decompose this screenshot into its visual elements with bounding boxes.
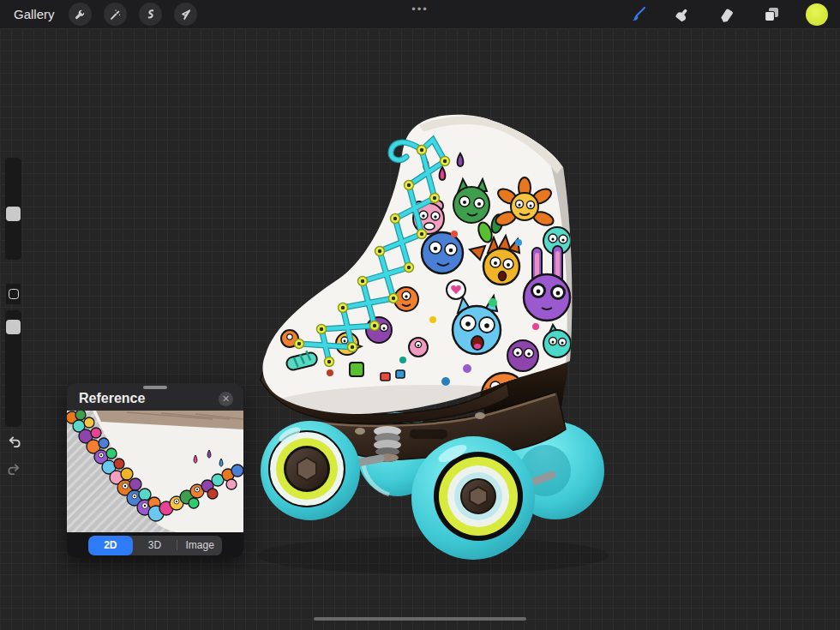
doodle-texture: [266, 116, 591, 433]
redo-arrow-icon: [7, 462, 21, 477]
brush-size-handle[interactable]: [6, 207, 21, 221]
reference-mode-segmented-control: 2D 3D Image: [88, 536, 222, 555]
rear-axle: [513, 475, 552, 489]
truck-plate: [314, 392, 566, 459]
front-axle: [333, 459, 381, 467]
magic-wand-icon: [108, 8, 122, 21]
reference-title: Reference: [79, 391, 145, 406]
adjustments-button[interactable]: [104, 3, 127, 26]
eyelets: [295, 146, 450, 367]
brush-sidebar: [6, 159, 21, 493]
close-icon[interactable]: ✕: [219, 392, 233, 406]
actions-button[interactable]: [69, 3, 92, 26]
selection-button[interactable]: [139, 3, 162, 26]
tab-2d[interactable]: 2D: [88, 536, 133, 555]
wheel-front-outer: [261, 421, 360, 520]
wheel-rear-outer: [411, 436, 535, 560]
reference-panel[interactable]: Reference ✕: [67, 383, 243, 558]
color-swatch-button[interactable]: [806, 3, 828, 26]
undo-button[interactable]: [5, 433, 22, 450]
reference-image-2d[interactable]: [67, 411, 243, 532]
laces: [299, 140, 445, 362]
canvas-overflow-indicator[interactable]: •••: [411, 3, 429, 15]
transform-arrow-icon: [178, 8, 192, 21]
wheel-front-inner: [357, 411, 438, 496]
tab-image[interactable]: Image: [177, 536, 222, 555]
paint-brush-icon-active[interactable]: [627, 4, 648, 25]
tab-3d[interactable]: 3D: [133, 536, 177, 555]
modify-square-icon: [9, 289, 19, 299]
front-cushion: [374, 426, 401, 462]
heel-block: [477, 363, 568, 423]
reference-thumbnail: [67, 411, 243, 532]
layers-icon[interactable]: [761, 4, 782, 25]
transform-button[interactable]: [174, 3, 197, 26]
procreate-window: Gallery •••: [0, 0, 840, 630]
undo-arrow-icon: [7, 435, 21, 449]
selection-ribbon-icon: [143, 8, 157, 21]
wheel-rear-inner: [507, 420, 604, 519]
home-indicator[interactable]: [314, 617, 526, 621]
gallery-button[interactable]: Gallery: [14, 7, 55, 21]
reference-tabbar: 2D 3D Image: [67, 532, 243, 558]
top-toolbar: Gallery •••: [0, 0, 840, 28]
eraser-icon[interactable]: [717, 4, 737, 25]
sole: [261, 364, 509, 423]
skate-shadow: [257, 537, 609, 574]
panel-drag-handle[interactable]: [143, 386, 167, 389]
smudge-finger-icon[interactable]: [672, 4, 693, 25]
wrench-icon: [73, 8, 87, 21]
brush-opacity-handle[interactable]: [6, 320, 21, 334]
redo-button[interactable]: [5, 460, 22, 477]
modify-button[interactable]: [6, 284, 21, 304]
boot: [262, 115, 591, 433]
